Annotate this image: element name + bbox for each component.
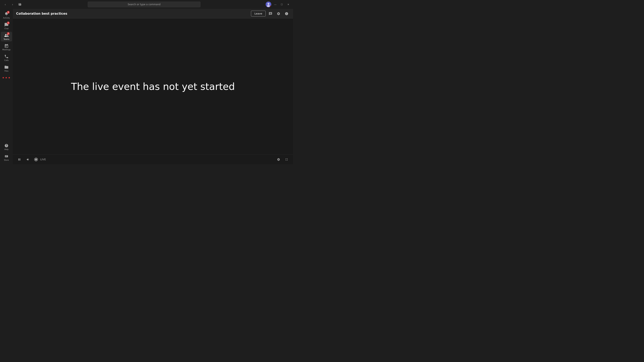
close-button[interactable]: ✕ <box>286 2 290 7</box>
settings-panel-button[interactable] <box>275 10 282 17</box>
chat-badge: 1 <box>7 21 10 24</box>
sidebar-item-files[interactable]: Files <box>1 63 12 73</box>
leave-button[interactable]: Leave <box>251 11 266 16</box>
pause-button[interactable] <box>16 156 22 163</box>
sidebar-item-teams-label: Teams <box>4 38 9 40</box>
controls-right <box>275 156 290 163</box>
topbar: Collaboration best practices Leave <box>13 9 293 18</box>
minimize-button[interactable]: — <box>273 2 278 7</box>
topbar-actions: Leave <box>251 10 290 17</box>
not-started-message: The live event has not yet started <box>71 81 235 92</box>
live-text: LIVE <box>40 158 46 161</box>
maximize-button[interactable]: ☐ <box>279 2 284 7</box>
sidebar-item-help[interactable]: Help <box>1 142 12 152</box>
sidebar-item-calls[interactable]: Calls <box>1 53 12 63</box>
main-layout: 2 Activity 1 Chat 1 Teams <box>0 9 293 164</box>
chat-icon: 1 <box>4 22 9 27</box>
search-placeholder: Search or type a command <box>128 3 160 6</box>
search-bar[interactable]: Search or type a command <box>88 1 200 7</box>
sidebar-item-more[interactable]: ••• <box>1 74 12 81</box>
avatar-status <box>270 6 271 7</box>
sidebar-item-help-label: Help <box>4 148 9 151</box>
video-area: The live event has not yet started <box>13 18 293 154</box>
more-icon: ••• <box>4 75 9 80</box>
calls-icon <box>4 54 9 59</box>
titlebar-left: ‹ › <box>2 1 22 7</box>
back-button[interactable]: ‹ <box>2 1 8 7</box>
sidebar: 2 Activity 1 Chat 1 Teams <box>0 9 13 164</box>
bottom-settings-button[interactable] <box>275 156 282 163</box>
sidebar-item-meetings-label: Meetings <box>2 49 11 51</box>
sidebar-item-activity-label: Activity <box>3 17 10 19</box>
sidebar-item-meetings[interactable]: Meetings <box>1 42 12 52</box>
svg-point-1 <box>268 3 270 5</box>
live-indicator: LIVE <box>34 157 46 162</box>
forward-button[interactable]: › <box>10 1 15 7</box>
help-icon <box>4 143 9 148</box>
content-area: Collaboration best practices Leave <box>13 9 293 164</box>
meetings-icon <box>4 43 9 48</box>
activity-badge: 2 <box>7 11 10 14</box>
sidebar-item-store[interactable]: Store <box>1 153 12 162</box>
teams-badge: 1 <box>7 32 10 35</box>
page-title: Collaboration best practices <box>16 12 67 15</box>
store-icon <box>4 154 9 159</box>
activity-icon: 2 <box>4 12 9 16</box>
sidebar-item-activity[interactable]: 2 Activity <box>1 10 12 20</box>
chat-panel-button[interactable] <box>267 10 274 17</box>
avatar-button[interactable] <box>266 1 271 7</box>
sidebar-item-teams[interactable]: 1 Teams <box>1 32 12 42</box>
fullscreen-button[interactable] <box>283 156 290 163</box>
compose-button[interactable] <box>17 1 22 7</box>
titlebar-right: — ☐ ✕ <box>266 1 290 7</box>
sidebar-item-chat-label: Chat <box>4 27 8 30</box>
bottom-controls: LIVE <box>13 154 293 164</box>
files-icon <box>4 65 9 70</box>
volume-button[interactable] <box>25 156 32 163</box>
teams-icon: 1 <box>4 33 9 38</box>
info-button[interactable] <box>283 10 290 17</box>
sidebar-item-chat[interactable]: 1 Chat <box>1 21 12 31</box>
sidebar-item-store-label: Store <box>4 159 9 161</box>
sidebar-item-calls-label: Calls <box>4 59 9 61</box>
sidebar-item-files-label: Files <box>4 70 8 72</box>
titlebar: ‹ › Search or type a command — ☐ ✕ <box>0 0 293 9</box>
